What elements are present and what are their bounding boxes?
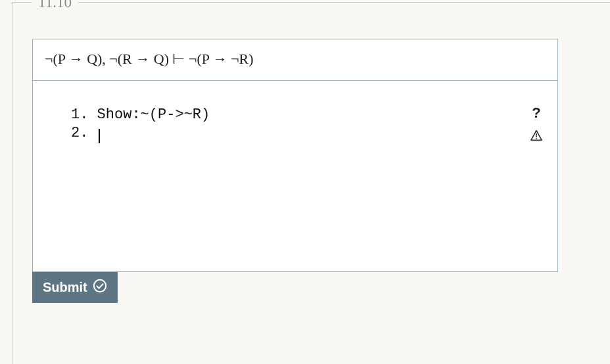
proof-line[interactable]: 1. Show:~(P->~R): [71, 106, 519, 125]
proof-editor[interactable]: 1. Show:~(P->~R)2. ?: [33, 81, 557, 271]
proof-container: ¬(P → Q), ¬(R → Q) ⊢ ¬(P → ¬R) 1. Show:~…: [32, 39, 558, 272]
warning-icon[interactable]: [530, 129, 543, 141]
submit-label: Submit: [43, 280, 87, 295]
editor-side-controls: ?: [530, 104, 543, 141]
text-cursor: [99, 129, 100, 143]
sequent-statement: ¬(P → Q), ¬(R → Q) ⊢ ¬(P → ¬R): [33, 39, 557, 81]
line-text[interactable]: Show:~(P->~R): [97, 106, 210, 123]
exercise-fieldset: 11.10 ¬(P → Q), ¬(R → Q) ⊢ ¬(P → ¬R) 1. …: [12, 2, 610, 364]
svg-point-1: [536, 138, 537, 139]
exercise-number: 11.10: [32, 0, 78, 11]
submit-button[interactable]: Submit: [32, 272, 118, 303]
line-number: 1: [71, 106, 80, 123]
proof-line[interactable]: 2.: [71, 124, 519, 143]
svg-point-2: [94, 279, 106, 291]
help-icon[interactable]: ?: [532, 104, 540, 122]
check-circle-icon: [93, 279, 107, 296]
line-number: 2: [71, 125, 80, 141]
proof-lines[interactable]: 1. Show:~(P->~R)2.: [71, 106, 519, 143]
